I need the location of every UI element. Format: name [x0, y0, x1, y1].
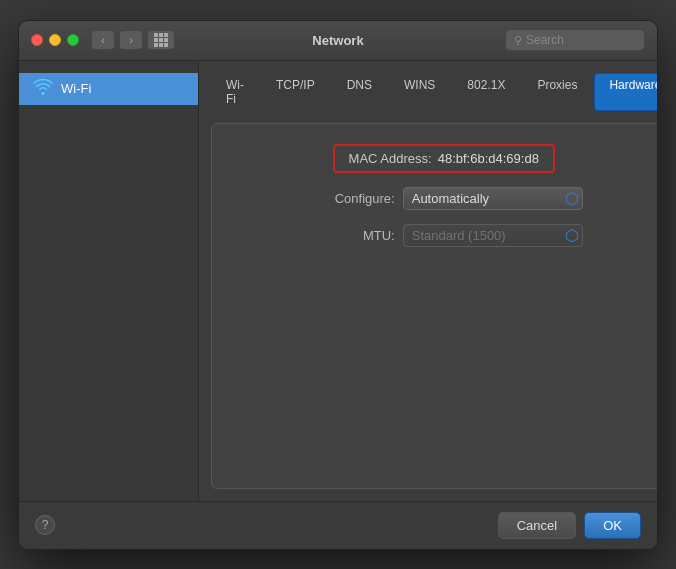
- minimize-button[interactable]: [49, 34, 61, 46]
- grid-button[interactable]: [147, 30, 175, 50]
- tab-proxies[interactable]: Proxies: [522, 73, 592, 111]
- configure-select[interactable]: Automatically Manually: [403, 187, 583, 210]
- configure-row: Configure: Automatically Manually ⬡: [242, 187, 645, 210]
- maximize-button[interactable]: [67, 34, 79, 46]
- nav-buttons: ‹ ›: [91, 30, 143, 50]
- mtu-label: MTU:: [305, 228, 395, 243]
- content-area: Wi-Fi Wi-Fi TCP/IP DNS WINS 802.1X Proxi…: [19, 61, 657, 501]
- hardware-panel: MAC Address: 48:bf:6b:d4:69:d8 Configure…: [211, 123, 657, 489]
- tab-8021x[interactable]: 802.1X: [452, 73, 520, 111]
- tab-dns[interactable]: DNS: [332, 73, 387, 111]
- configure-label: Configure:: [305, 191, 395, 206]
- tab-tcpip[interactable]: TCP/IP: [261, 73, 330, 111]
- configure-select-wrapper: Automatically Manually ⬡: [403, 187, 583, 210]
- mtu-select-wrapper: Standard (1500) ⬡: [403, 224, 583, 247]
- bottom-bar: ? Cancel OK: [19, 501, 657, 549]
- titlebar: ‹ › Network ⚲: [19, 21, 657, 61]
- traffic-lights: [31, 34, 79, 46]
- network-window: ‹ › Network ⚲: [18, 20, 658, 550]
- tab-hardware[interactable]: Hardware: [594, 73, 657, 111]
- mac-address-box: MAC Address: 48:bf:6b:d4:69:d8: [333, 144, 555, 173]
- mac-address-value: 48:bf:6b:d4:69:d8: [438, 151, 539, 166]
- mtu-row: MTU: Standard (1500) ⬡: [242, 224, 645, 247]
- back-button[interactable]: ‹: [91, 30, 115, 50]
- tab-wifi[interactable]: Wi-Fi: [211, 73, 259, 111]
- search-box[interactable]: ⚲: [505, 29, 645, 51]
- search-input[interactable]: [526, 33, 636, 47]
- tab-wins[interactable]: WINS: [389, 73, 450, 111]
- forward-button[interactable]: ›: [119, 30, 143, 50]
- action-buttons: Cancel OK: [498, 512, 641, 539]
- wifi-icon: [33, 79, 53, 99]
- help-button[interactable]: ?: [35, 515, 55, 535]
- mac-address-label: MAC Address:: [349, 151, 432, 166]
- cancel-button[interactable]: Cancel: [498, 512, 576, 539]
- sidebar-wifi-label: Wi-Fi: [61, 81, 91, 96]
- tab-bar: Wi-Fi TCP/IP DNS WINS 802.1X Proxies Har…: [211, 73, 657, 111]
- window-title: Network: [312, 33, 363, 48]
- mac-address-row: MAC Address: 48:bf:6b:d4:69:d8: [242, 144, 645, 173]
- grid-icon: [154, 33, 168, 47]
- close-button[interactable]: [31, 34, 43, 46]
- ok-button[interactable]: OK: [584, 512, 641, 539]
- sidebar: Wi-Fi: [19, 61, 199, 501]
- main-panel: Wi-Fi TCP/IP DNS WINS 802.1X Proxies Har…: [199, 61, 657, 501]
- mtu-select[interactable]: Standard (1500): [403, 224, 583, 247]
- sidebar-item-wifi[interactable]: Wi-Fi: [19, 73, 198, 105]
- search-icon: ⚲: [514, 34, 522, 47]
